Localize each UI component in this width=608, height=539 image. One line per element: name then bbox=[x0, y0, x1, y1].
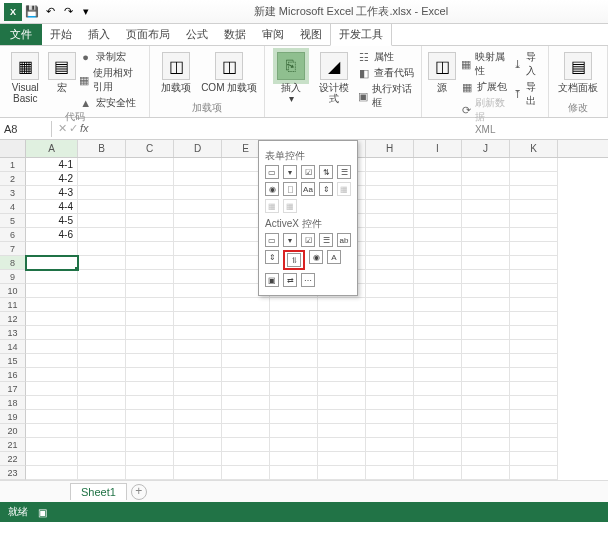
cell[interactable] bbox=[174, 340, 222, 354]
cell[interactable] bbox=[510, 396, 558, 410]
cell[interactable] bbox=[126, 214, 174, 228]
new-sheet-button[interactable]: + bbox=[131, 484, 147, 500]
cell[interactable] bbox=[78, 214, 126, 228]
cell[interactable] bbox=[26, 424, 78, 438]
cell[interactable] bbox=[26, 354, 78, 368]
cell[interactable] bbox=[366, 438, 414, 452]
row-header[interactable]: 9 bbox=[0, 270, 26, 284]
cell[interactable] bbox=[366, 270, 414, 284]
cell[interactable] bbox=[510, 438, 558, 452]
cell[interactable] bbox=[366, 200, 414, 214]
cell[interactable] bbox=[414, 438, 462, 452]
cell[interactable] bbox=[510, 270, 558, 284]
cell[interactable] bbox=[366, 340, 414, 354]
cell[interactable] bbox=[510, 256, 558, 270]
cell[interactable] bbox=[222, 382, 270, 396]
cell[interactable] bbox=[126, 452, 174, 466]
cell[interactable] bbox=[126, 340, 174, 354]
cell[interactable] bbox=[318, 312, 366, 326]
col-header[interactable]: H bbox=[366, 140, 414, 157]
cell[interactable] bbox=[366, 298, 414, 312]
cell[interactable] bbox=[174, 172, 222, 186]
cell[interactable] bbox=[414, 312, 462, 326]
cell[interactable] bbox=[174, 396, 222, 410]
ax-spin-button-icon[interactable]: ⥮ bbox=[287, 253, 301, 267]
col-header[interactable]: K bbox=[510, 140, 558, 157]
cell[interactable] bbox=[126, 382, 174, 396]
cell[interactable] bbox=[462, 214, 510, 228]
cell[interactable] bbox=[174, 382, 222, 396]
cell[interactable] bbox=[462, 186, 510, 200]
cell[interactable] bbox=[126, 354, 174, 368]
cell[interactable] bbox=[78, 228, 126, 242]
cell[interactable] bbox=[414, 158, 462, 172]
run-dialog-button[interactable]: ▣执行对话框 bbox=[357, 82, 415, 110]
cell[interactable] bbox=[414, 466, 462, 480]
cell[interactable] bbox=[126, 256, 174, 270]
cell[interactable] bbox=[318, 298, 366, 312]
cell[interactable] bbox=[26, 452, 78, 466]
cell[interactable] bbox=[126, 424, 174, 438]
cell[interactable] bbox=[270, 410, 318, 424]
cell[interactable] bbox=[174, 354, 222, 368]
cell[interactable] bbox=[270, 424, 318, 438]
cell[interactable] bbox=[78, 354, 126, 368]
cell[interactable] bbox=[510, 312, 558, 326]
cell[interactable] bbox=[26, 284, 78, 298]
cell[interactable] bbox=[318, 368, 366, 382]
cell[interactable]: 4-1 bbox=[26, 158, 78, 172]
cell[interactable] bbox=[174, 452, 222, 466]
cell[interactable] bbox=[270, 354, 318, 368]
cell[interactable] bbox=[510, 410, 558, 424]
cell[interactable] bbox=[222, 396, 270, 410]
cell[interactable] bbox=[510, 424, 558, 438]
cell[interactable] bbox=[78, 284, 126, 298]
cell[interactable] bbox=[126, 410, 174, 424]
cell[interactable] bbox=[174, 158, 222, 172]
cell[interactable] bbox=[462, 424, 510, 438]
cell[interactable] bbox=[26, 410, 78, 424]
cell[interactable] bbox=[414, 424, 462, 438]
cell[interactable] bbox=[414, 200, 462, 214]
cell[interactable] bbox=[78, 368, 126, 382]
row-header[interactable]: 17 bbox=[0, 382, 26, 396]
refresh-button[interactable]: ⟳刷新数据 bbox=[460, 96, 507, 124]
sheet-tab[interactable]: Sheet1 bbox=[70, 483, 127, 500]
cell[interactable] bbox=[462, 284, 510, 298]
cell[interactable] bbox=[78, 340, 126, 354]
cell[interactable] bbox=[366, 424, 414, 438]
cell[interactable] bbox=[78, 256, 126, 270]
row-header[interactable]: 11 bbox=[0, 298, 26, 312]
cell[interactable] bbox=[78, 200, 126, 214]
cell[interactable] bbox=[78, 466, 126, 480]
cell[interactable] bbox=[222, 326, 270, 340]
doc-panel-button[interactable]: ▤ 文档面板 bbox=[555, 48, 601, 93]
ax-textbox-icon[interactable]: ab bbox=[337, 233, 351, 247]
cell[interactable] bbox=[318, 326, 366, 340]
cell[interactable] bbox=[414, 340, 462, 354]
row-header[interactable]: 6 bbox=[0, 228, 26, 242]
cell[interactable] bbox=[318, 466, 366, 480]
cell[interactable] bbox=[270, 466, 318, 480]
cell[interactable] bbox=[414, 354, 462, 368]
row-header[interactable]: 5 bbox=[0, 214, 26, 228]
cell[interactable] bbox=[366, 256, 414, 270]
ax-listbox-icon[interactable]: ☰ bbox=[319, 233, 333, 247]
cell[interactable] bbox=[318, 410, 366, 424]
cell[interactable] bbox=[78, 452, 126, 466]
col-header[interactable]: A bbox=[26, 140, 78, 157]
cell[interactable] bbox=[270, 298, 318, 312]
cell[interactable] bbox=[222, 466, 270, 480]
cell[interactable] bbox=[174, 368, 222, 382]
cell[interactable] bbox=[78, 410, 126, 424]
row-header[interactable]: 14 bbox=[0, 340, 26, 354]
cell[interactable] bbox=[510, 452, 558, 466]
cell[interactable] bbox=[366, 368, 414, 382]
cell[interactable] bbox=[26, 242, 78, 256]
cell[interactable] bbox=[126, 172, 174, 186]
cell[interactable] bbox=[462, 242, 510, 256]
cell[interactable] bbox=[318, 382, 366, 396]
cell[interactable] bbox=[174, 424, 222, 438]
tab-insert[interactable]: 插入 bbox=[80, 24, 118, 45]
cell[interactable] bbox=[78, 298, 126, 312]
